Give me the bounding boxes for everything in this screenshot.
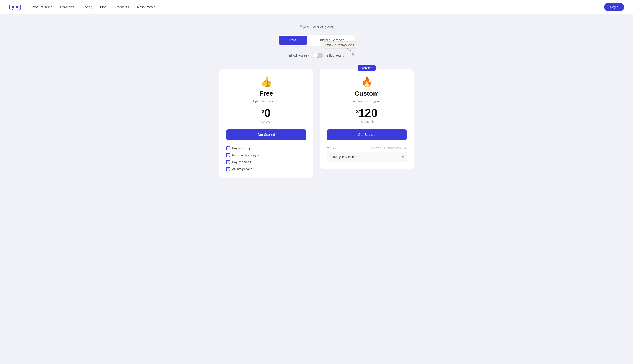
nav-product-demo[interactable]: Product Demo (32, 5, 53, 9)
nav-examples[interactable]: Examples (60, 5, 75, 9)
feature-label: Pay as you go (232, 146, 251, 150)
billing-monthly-label: Billed Monthly (289, 54, 309, 57)
custom-get-started-button[interactable]: Get Started (327, 130, 407, 140)
billing-yearly-label: Billed Yearly (327, 54, 344, 57)
custom-plan-card: popular 🔥 Custom A plan for everyone $ 1… (320, 68, 414, 169)
nav-pricing[interactable]: Pricing (82, 5, 92, 9)
custom-plan-dollar: $ (356, 109, 359, 114)
logo[interactable]: {lyne} (9, 4, 21, 10)
billing-toggle[interactable] (312, 52, 323, 58)
lynes-per-month-dropdown[interactable]: 1200 Lynes / month ▾ (327, 152, 407, 162)
popular-badge: popular (358, 65, 376, 71)
custom-plan-amount: 120 (359, 107, 377, 118)
check-icon (226, 160, 230, 164)
custom-plan-price: $ 120 (327, 107, 407, 118)
login-button[interactable]: Login (604, 3, 624, 11)
nav-resources[interactable]: Resources (137, 5, 155, 9)
custom-plan-description: A plan for everyone (327, 99, 407, 103)
navbar: {lyne} Product Demo Examples Pricing Blo… (0, 0, 633, 14)
free-plan-period: Forever (226, 120, 306, 123)
check-icon (226, 146, 230, 150)
free-plan-card: 👍 Free A plan for everyone $ 0 Forever G… (219, 68, 313, 178)
list-item: All integrations (226, 167, 306, 171)
chevron-down-icon: ▾ (402, 155, 404, 159)
custom-plan-title: Custom (327, 90, 407, 97)
nav-products[interactable]: Products (114, 5, 129, 9)
billing-row: Billed Monthly Billed Yearly 20% Off Yea… (289, 52, 344, 58)
tab-lyne[interactable]: Lyne (279, 36, 307, 45)
check-icon (226, 167, 230, 171)
main-content: A plan for everyone Lyne LinkedIn Scrape… (0, 14, 633, 191)
free-plan-dollar: $ (262, 109, 264, 114)
check-icon (226, 153, 230, 157)
free-plan-price: $ 0 (226, 107, 306, 118)
free-plan-description: A plan for everyone (226, 99, 306, 103)
nav-blog[interactable]: Blog (100, 5, 107, 9)
feature-label: All integrations (232, 167, 252, 171)
custom-plan-icon: 🔥 (327, 76, 407, 87)
list-item: No monthly charges (226, 153, 306, 157)
list-item: Pay as you go (226, 146, 306, 150)
free-plan-amount: 0 (264, 107, 270, 118)
free-plan-title: Free (226, 90, 306, 97)
discount-arrow-icon (344, 47, 355, 56)
credits-row: Credits 1 Credit = 1 Personalized Row (327, 146, 407, 150)
list-item: Pay per credit (226, 160, 306, 164)
pricing-cards: 👍 Free A plan for everyone $ 0 Forever G… (219, 68, 414, 178)
free-feature-list: Pay as you go No monthly charges Pay per… (226, 146, 306, 171)
nav-links: Product Demo Examples Pricing Blog Produ… (32, 5, 604, 9)
credits-hint: 1 Credit = 1 Personalized Row (372, 146, 407, 150)
feature-label: Pay per credit (232, 160, 251, 164)
free-plan-icon: 👍 (226, 76, 306, 87)
dropdown-value: 1200 Lynes / month (330, 155, 356, 159)
section-subtitle: A plan for everyone (299, 24, 333, 29)
credits-label: Credits (327, 146, 336, 150)
custom-plan-period: Per Month (327, 120, 407, 123)
feature-label: No monthly charges (232, 154, 259, 157)
toggle-knob (313, 53, 318, 58)
free-get-started-button[interactable]: Get Started (226, 130, 306, 140)
discount-badge-wrap: 20% Off Yearly Plans (322, 41, 357, 49)
